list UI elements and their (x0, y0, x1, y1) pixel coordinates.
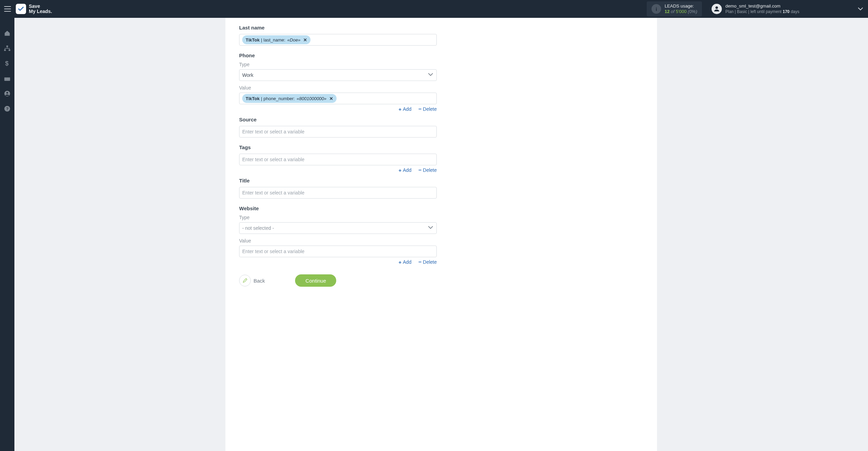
sitemap-icon (4, 45, 11, 51)
minus-icon: − (418, 259, 421, 265)
website-type-label: Type (239, 215, 437, 220)
svg-rect-5 (4, 78, 10, 81)
logo-line1: Save (29, 3, 40, 9)
usage-current: 12 (665, 9, 669, 14)
nav-connections[interactable] (3, 45, 11, 52)
user-menu-chevron-down-icon[interactable] (858, 6, 863, 12)
chip-remove-icon[interactable]: ✕ (303, 37, 307, 43)
svg-point-0 (716, 7, 718, 9)
side-nav: $ ? (0, 18, 14, 451)
tags-delete-button[interactable]: −Delete (418, 167, 437, 173)
title-input[interactable] (242, 188, 434, 197)
chip-source: TikTok (246, 37, 260, 43)
chip-value: «8001000000» (297, 96, 327, 101)
website-type-value: - not selected - (242, 225, 274, 231)
phone-label: Phone (239, 52, 437, 58)
source-label: Source (239, 117, 437, 122)
back-button[interactable]: Back (239, 275, 265, 286)
nav-billing[interactable]: $ (3, 60, 11, 67)
phone-value-label: Value (239, 85, 437, 91)
logo[interactable]: Save My Leads. (16, 4, 52, 14)
nav-home[interactable] (3, 29, 11, 37)
briefcase-icon (4, 75, 11, 82)
main-scroll[interactable]: Last name TikTok | last_name: «Doe» ✕ Ph… (14, 18, 868, 451)
avatar-icon (712, 4, 722, 14)
svg-rect-3 (9, 49, 10, 51)
home-icon (4, 30, 11, 36)
plan-prefix: Plan | (725, 9, 736, 14)
chip-key: last_name: (263, 37, 285, 43)
plan-name: Basic (737, 9, 747, 14)
logo-text: Save My Leads. (29, 4, 52, 14)
source-input[interactable] (242, 127, 434, 136)
svg-text:$: $ (5, 60, 9, 67)
phone-type-label: Type (239, 62, 437, 67)
nav-briefcase[interactable] (3, 75, 11, 82)
dollar-icon: $ (5, 60, 10, 67)
website-value-label: Value (239, 238, 437, 244)
phone-type-select[interactable]: Work (239, 69, 437, 81)
logo-line2: My Leads. (29, 9, 52, 14)
usage-total: 5'000 (676, 9, 687, 14)
usage-title: LEADS usage: (665, 3, 697, 9)
title-field[interactable] (239, 187, 437, 199)
tags-input[interactable] (242, 155, 434, 164)
website-delete-button[interactable]: −Delete (418, 259, 437, 265)
chevron-down-icon (428, 71, 433, 78)
phone-add-button[interactable]: +Add (399, 106, 412, 112)
topbar: Save My Leads. i LEADS usage: 12 of 5'00… (0, 0, 868, 18)
chevron-down-icon (428, 224, 433, 230)
info-icon: i (652, 4, 661, 14)
usage-of: of (671, 9, 675, 14)
tags-field[interactable] (239, 154, 437, 165)
website-value-field[interactable] (239, 246, 437, 257)
user-circle-icon (4, 90, 11, 97)
svg-rect-2 (4, 49, 6, 51)
website-label: Website (239, 205, 437, 211)
plan-days-value: 170 (783, 9, 789, 14)
chip-value: «Doe» (287, 37, 300, 43)
continue-button[interactable]: Continue (295, 274, 336, 287)
website-value-input[interactable] (242, 247, 434, 256)
website-type-select[interactable]: - not selected - (239, 222, 437, 234)
phone-type-value: Work (242, 72, 253, 78)
source-field[interactable] (239, 126, 437, 138)
minus-icon: − (418, 167, 421, 173)
plan-mid: | left until payment (748, 9, 782, 14)
svg-point-7 (7, 92, 8, 94)
form-panel: Last name TikTok | last_name: «Doe» ✕ Ph… (225, 18, 657, 451)
phone-value-chip[interactable]: TikTok | phone_number: «8001000000» ✕ (242, 94, 337, 103)
nav-help[interactable]: ? (3, 105, 11, 112)
lastname-label: Last name (239, 25, 437, 31)
plus-icon: + (399, 260, 402, 265)
svg-rect-1 (7, 46, 8, 47)
pencil-icon (239, 275, 251, 286)
usage-text: LEADS usage: 12 of 5'000 (0%) (665, 3, 697, 15)
tags-add-button[interactable]: +Add (399, 167, 412, 173)
nav-account[interactable] (3, 90, 11, 97)
user-email: demo_sml_test@gmail.com (725, 3, 799, 9)
chip-source: TikTok (246, 96, 260, 101)
question-circle-icon: ? (4, 105, 11, 112)
minus-icon: − (418, 106, 421, 112)
hamburger-menu-button[interactable] (3, 4, 12, 14)
tags-label: Tags (239, 144, 437, 150)
leads-usage-box: i LEADS usage: 12 of 5'000 (0%) (647, 1, 702, 17)
plan-days-label: days (791, 9, 799, 14)
lastname-chip[interactable]: TikTok | last_name: «Doe» ✕ (242, 35, 310, 44)
usage-pct: (0%) (688, 9, 697, 14)
chip-key: phone_number: (263, 96, 295, 101)
hamburger-icon (4, 6, 11, 12)
phone-delete-button[interactable]: −Delete (418, 106, 437, 112)
back-label: Back (254, 278, 265, 284)
website-add-button[interactable]: +Add (399, 259, 412, 265)
svg-text:?: ? (6, 106, 9, 111)
checkmark-icon (17, 5, 24, 12)
user-menu[interactable]: demo_sml_test@gmail.com Plan | Basic | l… (712, 3, 799, 14)
title-label: Title (239, 178, 437, 183)
phone-value-field[interactable]: TikTok | phone_number: «8001000000» ✕ (239, 93, 437, 104)
chip-remove-icon[interactable]: ✕ (329, 96, 333, 101)
lastname-field[interactable]: TikTok | last_name: «Doe» ✕ (239, 34, 437, 46)
plus-icon: + (399, 107, 402, 112)
logo-mark (16, 4, 26, 14)
